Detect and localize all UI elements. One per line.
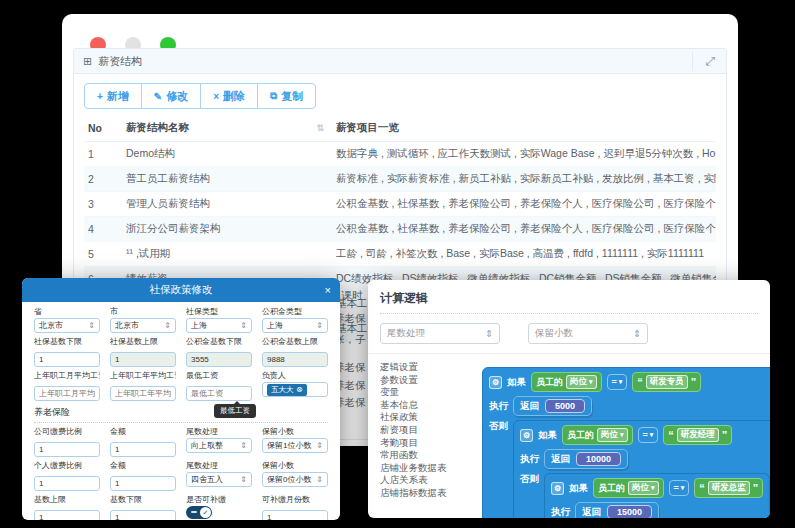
month-avg-input[interactable] [34, 386, 100, 401]
number-block[interactable]: 10000 [576, 452, 621, 466]
ss-upper-input[interactable] [110, 352, 176, 367]
company-ratio-label: 公司缴费比例 [34, 427, 100, 436]
ss-type-label: 社保类型 [186, 307, 252, 316]
amount-label: 金额 [110, 427, 176, 436]
return-block[interactable]: 返回 15000 [575, 502, 659, 518]
string-value-chip[interactable]: 研发专员 [646, 375, 688, 389]
rounding-select[interactable]: 向上取整 ⇕ [186, 438, 252, 453]
min-wage-input[interactable] [186, 386, 252, 401]
string-value-chip[interactable]: 研发总监 [708, 481, 750, 495]
table-row[interactable]: 2 普工员工薪资结构 薪资标准 , 实际薪资标准 , 新员工补贴 , 实际新员工… [84, 167, 716, 192]
field-dropdown[interactable]: 岗位 ▾ [566, 375, 597, 389]
modal-body: 省 北京市 ⇕ 市 北京市 ⇕ 社保类型 上海 [22, 302, 340, 520]
x-icon: × [213, 91, 219, 102]
close-quote: ” [753, 484, 759, 493]
menu-item-store-business-table[interactable]: 店铺业务数据表 [380, 462, 476, 475]
return-block[interactable]: 返回 10000 [544, 449, 628, 469]
copy-icon: ⧉ [270, 90, 277, 102]
personal-ratio-input[interactable] [34, 476, 100, 491]
ss-lower-input[interactable] [34, 352, 100, 367]
makeup-months-input[interactable] [262, 510, 328, 520]
row-name: Demo结构 [126, 147, 336, 161]
close-icon[interactable]: × [325, 284, 331, 296]
owner-label: 负责人 [262, 371, 328, 380]
return-block[interactable]: 返回 5000 [513, 396, 592, 416]
operator-block[interactable]: = ▾ [638, 427, 659, 443]
owner-input[interactable]: 五大大 ⊗ [262, 382, 328, 397]
menu-item-params[interactable]: 参数设置 [380, 374, 476, 387]
company-ratio-input[interactable] [34, 442, 100, 457]
chevron-down-icon: ▾ [651, 484, 655, 492]
decimal-places-select[interactable]: 保留小数 ⇕ [528, 323, 648, 344]
fund-type-value: 上海 [267, 320, 283, 331]
employee-field-block[interactable]: 员工的 岗位 ▾ [531, 372, 602, 392]
amount-input[interactable] [110, 476, 176, 491]
menu-item-person-store-table[interactable]: 人店关系表 [380, 474, 476, 487]
allow-makeup-toggle[interactable]: ✓ [186, 506, 212, 519]
number-block[interactable]: 15000 [607, 505, 652, 518]
if-block[interactable]: ⚙ 如果 员工的 岗位 ▾ [544, 473, 770, 518]
gear-icon[interactable]: ⚙ [489, 376, 502, 389]
fund-type-select[interactable]: 上海 ⇕ [262, 318, 328, 333]
province-select[interactable]: 北京市 ⇕ [34, 318, 100, 333]
decimal-select[interactable]: 保留0位小数 ⇕ [262, 472, 328, 487]
menu-item-logic[interactable]: 逻辑设置 [380, 361, 476, 374]
if-block[interactable]: ⚙ 如果 员工的 岗位 ▾ = ▾ [482, 367, 770, 518]
number-block[interactable]: 5000 [545, 399, 585, 413]
menu-item-basic-info[interactable]: 基本信息 [380, 399, 476, 412]
table-row[interactable]: 5 ¹¹ ,试用期 工龄 , 司龄 , 补签次数 , Base , 实际Base… [84, 242, 716, 267]
string-block[interactable]: “ 研发总监 ” [694, 478, 763, 498]
delete-button[interactable]: × 删除 [200, 83, 258, 109]
if-block[interactable]: ⚙ 如果 员工的 岗位 ▾ = [513, 420, 770, 518]
calculation-logic-panel: 计算逻辑 尾数处理 ⇕ 保留小数 ⇕ 逻辑设置 参数设置 变量 基本信息 社保政… [368, 280, 770, 518]
operator-block[interactable]: = ▾ [669, 480, 690, 496]
rounding-mode-select[interactable]: 尾数处理 ⇕ [380, 323, 500, 344]
edit-icon: ✎ [154, 91, 162, 102]
row-no: 2 [84, 173, 126, 185]
blockly-canvas[interactable]: ⚙ 如果 员工的 岗位 ▾ = ▾ [476, 361, 758, 518]
gear-icon[interactable]: ⚙ [520, 429, 533, 442]
gear-icon[interactable]: ⚙ [551, 482, 564, 495]
base-lower-input[interactable] [110, 510, 176, 520]
remove-tag-icon[interactable]: ⊗ [297, 385, 303, 394]
table-row[interactable]: 4 浙江分公司薪资架构 公积金基数 , 社保基数 , 养老保险公司 , 养老保险… [84, 217, 716, 242]
table-row[interactable]: 1 Demo结构 数据字典 , 测试循环 , 应工作天数测试 , 实际Wage … [84, 142, 716, 167]
base-upper-input[interactable] [34, 510, 100, 520]
string-value-chip[interactable]: 研发经理 [677, 428, 719, 442]
owner-tag[interactable]: 五大大 ⊗ [267, 384, 307, 396]
fund-lower-input[interactable] [186, 352, 252, 367]
string-block[interactable]: “ 研发专员 ” [632, 372, 701, 392]
menu-item-common-functions[interactable]: 常用函数 [380, 449, 476, 462]
row-items: 薪资标准 , 实际薪资标准 , 新员工补贴 , 实际新员工补贴 , 发放比例 ,… [336, 172, 716, 186]
expand-icon[interactable]: ⤢ [692, 51, 717, 71]
logic-selects: 尾数处理 ⇕ 保留小数 ⇕ [380, 323, 758, 344]
chevron-down-icon: ▾ [681, 484, 685, 492]
updown-caret-icon: ⇕ [240, 322, 247, 330]
sort-icon[interactable]: ⇅ [316, 123, 324, 133]
table-row[interactable]: 3 管理人员薪资结构 公积金基数 , 社保基数 , 养老保险公司 , 养老保险个… [84, 192, 716, 217]
decimal-select[interactable]: 保留1位小数 ⇕ [262, 438, 328, 453]
menu-item-variables[interactable]: 变量 [380, 386, 476, 399]
menu-item-salary-items[interactable]: 薪资项目 [380, 424, 476, 437]
menu-item-social-policy[interactable]: 社保政策 [380, 411, 476, 424]
employee-field-block[interactable]: 员工的 岗位 ▾ [593, 478, 664, 498]
fund-upper-input[interactable] [262, 352, 328, 367]
string-block[interactable]: “ 研发经理 ” [663, 425, 732, 445]
field-dropdown[interactable]: 岗位 ▾ [597, 428, 628, 442]
year-avg-input[interactable] [110, 386, 176, 401]
city-select[interactable]: 北京市 ⇕ [110, 318, 176, 333]
updown-caret-icon: ⇕ [240, 476, 247, 484]
menu-item-store-metric-table[interactable]: 店铺指标数据表 [380, 487, 476, 500]
edit-button[interactable]: ✎ 修改 [141, 83, 201, 109]
copy-button[interactable]: ⧉ 复制 [257, 83, 316, 109]
operator-block[interactable]: = ▾ [607, 374, 628, 390]
amount-label: 金额 [110, 461, 176, 470]
operator-value: = [674, 483, 679, 493]
amount-input[interactable] [110, 442, 176, 457]
field-dropdown[interactable]: 岗位 ▾ [628, 481, 659, 495]
ss-type-select[interactable]: 上海 ⇕ [186, 318, 252, 333]
menu-item-attendance-items[interactable]: 考勤项目 [380, 437, 476, 450]
add-button[interactable]: + 新增 [84, 83, 142, 109]
rounding-select[interactable]: 四舍五入 ⇕ [186, 472, 252, 487]
employee-field-block[interactable]: 员工的 岗位 ▾ [562, 425, 633, 445]
